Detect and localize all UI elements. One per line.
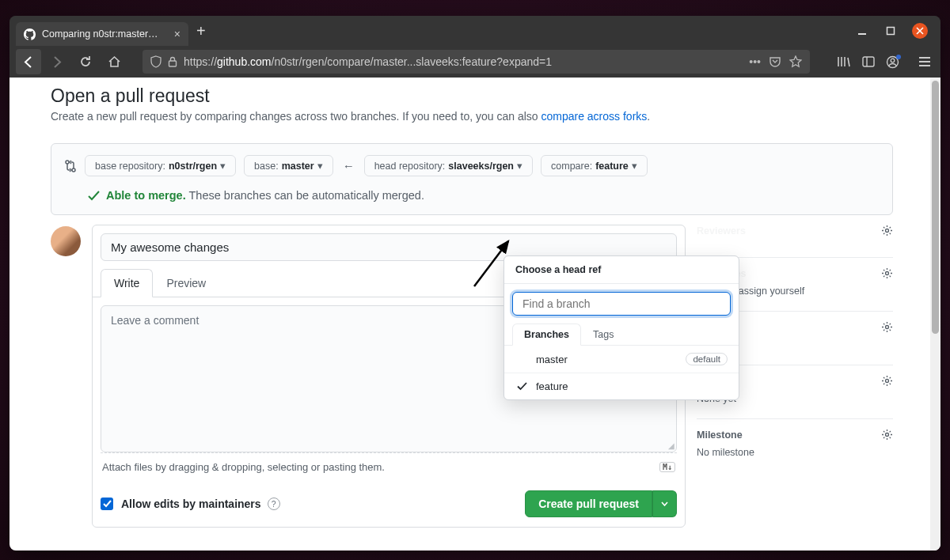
window-close-icon[interactable] [912, 23, 928, 39]
gear-icon[interactable] [881, 321, 893, 333]
head-repo-selector[interactable]: head repository: slaveeks/rgen ▾ [364, 155, 533, 176]
allow-edits-checkbox[interactable] [101, 498, 113, 510]
gear-icon[interactable] [881, 429, 893, 441]
svg-rect-1 [887, 28, 895, 35]
nav-forward-button[interactable] [44, 49, 70, 74]
help-icon[interactable]: ? [268, 498, 280, 510]
page-subtitle: Create a new pull request by comparing c… [51, 110, 893, 123]
lock-icon [168, 56, 177, 67]
branch-item-master[interactable]: master default [504, 346, 739, 373]
caret-down-icon: ▾ [632, 160, 637, 172]
page-content: Open a pull request Create a new pull re… [10, 78, 940, 551]
window-maximize-icon[interactable] [884, 24, 898, 38]
svg-point-13 [886, 380, 889, 383]
popup-tab-branches[interactable]: Branches [512, 324, 581, 346]
url-text: https://github.com/n0str/rgen/compare/ma… [184, 55, 743, 68]
gear-icon[interactable] [881, 267, 893, 279]
nav-reload-button[interactable] [73, 49, 98, 74]
svg-rect-2 [169, 61, 177, 66]
gear-icon[interactable] [881, 375, 893, 387]
pocket-icon[interactable] [769, 56, 781, 67]
branch-picker-popup: Choose a head ref Branches Tags master d… [504, 255, 739, 400]
window-controls [855, 23, 934, 39]
tab-write[interactable]: Write [101, 269, 153, 297]
base-branch-selector[interactable]: base: master ▾ [244, 155, 333, 176]
browser-toolbar: https://github.com/n0str/rgen/compare/ma… [10, 46, 940, 78]
page-actions-icon[interactable]: ••• [749, 55, 761, 68]
browser-window: Comparing n0str:master… × + https://gith… [10, 16, 940, 551]
compare-across-forks-link[interactable]: compare across forks [541, 110, 647, 123]
caret-down-icon: ▾ [220, 160, 226, 172]
popup-title: Choose a head ref [504, 256, 739, 284]
tab-strip: Comparing n0str:master… × + [10, 16, 940, 46]
toolbar-right [837, 55, 934, 69]
svg-point-9 [72, 168, 75, 172]
check-icon [88, 191, 100, 201]
gear-icon[interactable] [881, 225, 893, 236]
create-pr-button[interactable]: Create pull request [525, 490, 652, 517]
svg-rect-3 [863, 57, 874, 66]
library-icon[interactable] [837, 55, 851, 68]
svg-point-10 [886, 229, 889, 233]
page-title: Open a pull request [51, 85, 893, 107]
sidebar-item-reviewers: Reviewers [697, 225, 746, 236]
nav-home-button[interactable] [101, 49, 127, 74]
user-avatar[interactable] [51, 226, 81, 256]
popup-tab-tags[interactable]: Tags [581, 324, 625, 346]
nav-back-button[interactable] [16, 49, 41, 74]
svg-point-12 [886, 326, 889, 329]
svg-point-11 [886, 272, 889, 275]
bookmark-star-icon[interactable] [789, 55, 802, 68]
github-favicon-icon [24, 28, 36, 40]
url-bar[interactable]: https://github.com/n0str/rgen/compare/ma… [142, 50, 810, 74]
new-tab-button[interactable]: + [196, 22, 206, 40]
window-minimize-icon[interactable] [855, 24, 869, 38]
svg-point-8 [66, 161, 69, 164]
caret-down-icon: ▾ [517, 160, 522, 172]
arrow-left-icon: ← [341, 159, 356, 172]
allow-edits-label: Allow edits by maintainers ? [121, 498, 280, 510]
compare-panel: base repository: n0str/rgen ▾ base: mast… [51, 143, 893, 215]
markdown-icon[interactable]: M↓ [659, 462, 675, 472]
svg-point-14 [886, 433, 889, 437]
caret-down-icon: ▾ [317, 160, 323, 172]
tab-title: Comparing n0str:master… [42, 28, 158, 40]
resize-handle-icon[interactable]: ◢ [668, 441, 674, 450]
svg-rect-0 [858, 33, 866, 35]
browser-tab[interactable]: Comparing n0str:master… × [16, 22, 188, 46]
default-badge: default [686, 353, 728, 365]
base-repo-selector[interactable]: base repository: n0str/rgen ▾ [85, 155, 236, 176]
tab-close-icon[interactable]: × [174, 28, 180, 40]
sidebar-item-milestone: Milestone [697, 429, 743, 441]
branch-item-feature[interactable]: feature [504, 373, 739, 399]
milestone-value: No milestone [697, 447, 893, 458]
assign-yourself-link[interactable]: assign yourself [739, 286, 804, 297]
tab-preview[interactable]: Preview [153, 269, 219, 297]
sidebar-toggle-icon[interactable] [862, 56, 875, 67]
check-icon [515, 382, 528, 391]
create-pr-dropdown[interactable] [652, 490, 677, 517]
account-icon[interactable] [886, 55, 899, 69]
compare-branch-selector[interactable]: compare: feature ▾ [541, 155, 648, 176]
attach-hint[interactable]: Attach files by dragging & dropping, sel… [101, 452, 677, 481]
merge-status: Able to merge. These branches can be aut… [64, 189, 880, 202]
svg-point-6 [891, 59, 895, 62]
shield-icon [150, 55, 162, 68]
hamburger-menu-icon[interactable] [918, 56, 931, 67]
git-compare-icon [64, 159, 77, 173]
branch-search-input[interactable] [512, 292, 731, 316]
